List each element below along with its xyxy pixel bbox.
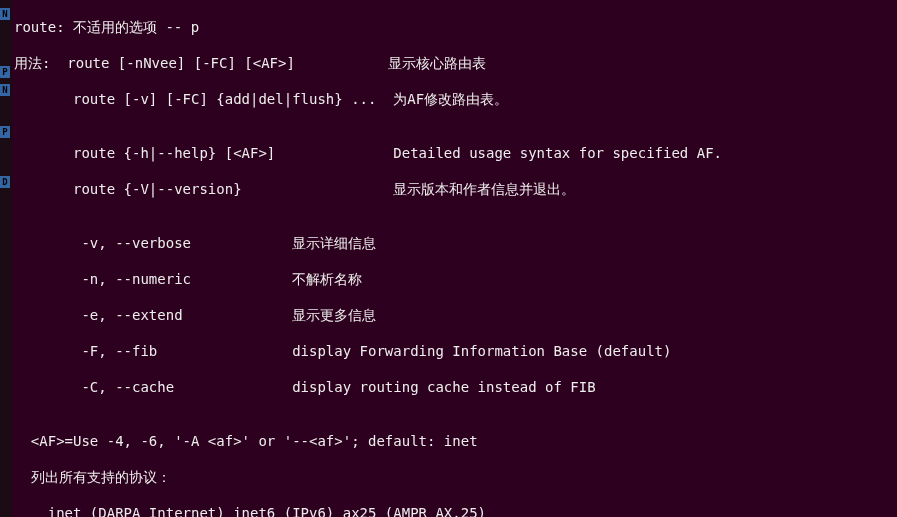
terminal-line: -F, --fib display Forwarding Information… [14,342,722,360]
terminal-line: inet (DARPA Internet) inet6 (IPv6) ax25 … [14,504,722,517]
terminal-line: -C, --cache display routing cache instea… [14,378,722,396]
gutter-badge-d: D [0,176,10,188]
terminal-line: -v, --verbose 显示详细信息 [14,234,722,252]
terminal-line: route {-h|--help} [<AF>] Detailed usage … [14,144,722,162]
terminal-line: <AF>=Use -4, -6, '-A <af>' or '--<af>'; … [14,432,722,450]
terminal-line: -n, --numeric 不解析名称 [14,270,722,288]
terminal-line: route: 不适用的选项 -- p [14,18,722,36]
gutter-badge-p: P [0,126,10,138]
gutter-badge-n: N [0,8,10,20]
gutter-badge-n: N [0,84,10,96]
terminal-line: route {-V|--version} 显示版本和作者信息并退出。 [14,180,722,198]
gutter-badge-p: P [0,66,10,78]
editor-gutter: N P N P D [0,0,12,517]
terminal-line: route [-v] [-FC] {add|del|flush} ... 为AF… [14,90,722,108]
terminal-line: 用法: route [-nNvee] [-FC] [<AF>] 显示核心路由表 [14,54,722,72]
terminal-line: 列出所有支持的协议： [14,468,722,486]
terminal-line: -e, --extend 显示更多信息 [14,306,722,324]
terminal-output[interactable]: route: 不适用的选项 -- p 用法: route [-nNvee] [-… [14,0,722,517]
